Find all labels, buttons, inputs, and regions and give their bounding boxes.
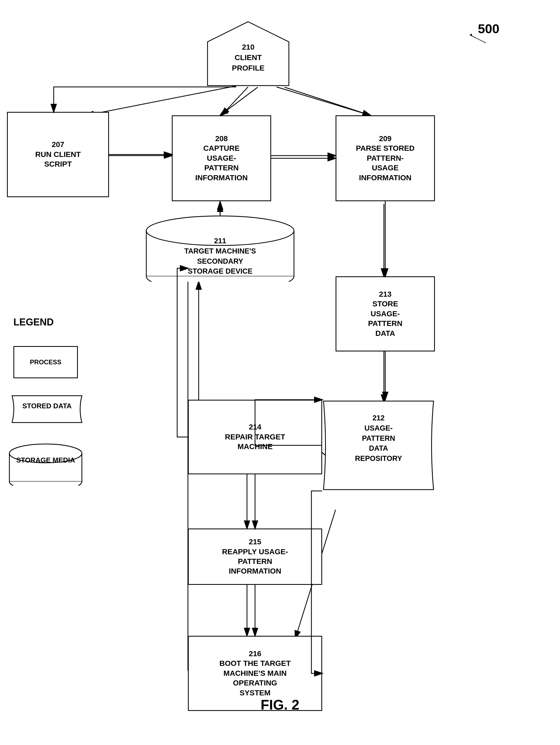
node-capture-usage: 208CAPTUREUSAGE-PATTERNINFORMATION: [172, 116, 271, 201]
node-213-text: 213STOREUSAGE-PATTERNDATA: [368, 289, 402, 338]
node-210-id: 210: [242, 43, 254, 51]
svg-marker-18: [470, 34, 472, 36]
node-212-text: 212USAGE-PATTERNDATAREPOSITORY: [355, 414, 402, 462]
node-reapply-usage: 215REAPPLY USAGE-PATTERNINFORMATION: [188, 528, 322, 585]
node-store-usage: 213STOREUSAGE-PATTERNDATA: [336, 276, 435, 351]
legend-storage-text: STORAGE MEDIA: [16, 456, 75, 464]
node-208-text: 208CAPTUREUSAGE-PATTERNINFORMATION: [195, 134, 248, 183]
node-210-label: CLIENTPROFILE: [232, 54, 265, 72]
svg-line-25: [221, 87, 248, 116]
node-209-text: 209PARSE STOREDPATTERN-USAGEINFORMATION: [356, 134, 414, 183]
fig-label: FIG. 2: [0, 697, 560, 713]
node-211-text: 211TARGET MACHINE'SSECONDARYSTORAGE DEVI…: [184, 237, 256, 275]
ref-arrow: [467, 32, 489, 45]
node-usage-pattern-repo: 212USAGE-PATTERNDATAREPOSITORY: [322, 400, 435, 491]
node-216-text: 216BOOT THE TARGETMACHINE'S MAINOPERATIN…: [219, 649, 290, 698]
svg-line-3: [220, 87, 258, 116]
legend-storage-media: STORAGE MEDIA: [8, 443, 83, 486]
svg-line-2: [86, 86, 236, 116]
svg-line-26: [277, 87, 371, 116]
legend-stored-data: STORED DATA: [11, 394, 83, 424]
node-parse-stored: 209PARSE STOREDPATTERN-USAGEINFORMATION: [336, 116, 435, 201]
legend-process-text: PROCESS: [30, 358, 61, 366]
node-run-client-script: 207RUN CLIENTSCRIPT: [7, 112, 109, 197]
node-repair-target: 214REPAIR TARGETMACHINE: [188, 400, 322, 474]
node-214-text: 214REPAIR TARGETMACHINE: [225, 422, 285, 452]
node-client-profile: 210 CLIENTPROFILE: [206, 21, 290, 87]
svg-line-4: [285, 87, 371, 116]
node-207-text: 207RUN CLIENTSCRIPT: [35, 140, 81, 169]
legend-title: LEGEND: [13, 317, 54, 328]
diagram: 500 210 CLIENTPROFILE 207RUN CLIENTSCRIP…: [0, 0, 560, 745]
legend-stored-text: STORED DATA: [22, 402, 71, 410]
node-target-storage: 211TARGET MACHINE'SSECONDARYSTORAGE DEVI…: [145, 215, 295, 282]
legend-process-box: PROCESS: [13, 346, 78, 378]
node-215-text: 215REAPPLY USAGE-PATTERNINFORMATION: [222, 537, 288, 576]
